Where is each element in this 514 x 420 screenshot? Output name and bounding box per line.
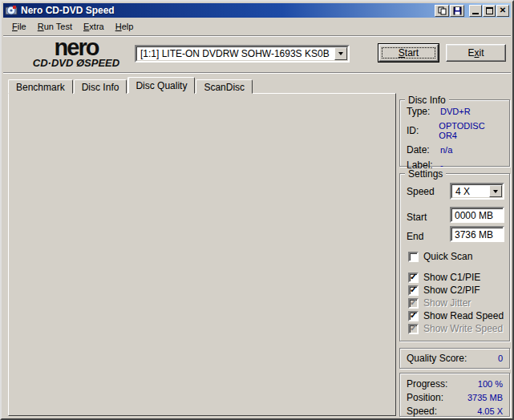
tab-benchmark[interactable]: Benchmark bbox=[8, 79, 73, 94]
speed-dropdown-button[interactable] bbox=[489, 185, 502, 197]
settings-box: Settings Speed 4 X Start 0000 MB End 373… bbox=[399, 173, 510, 341]
title-bar[interactable]: Nero CD-DVD Speed ✕ bbox=[3, 3, 511, 18]
focus-ring bbox=[382, 47, 435, 59]
quality-score-box: Quality Score: 0 bbox=[399, 348, 510, 369]
minimize-icon bbox=[472, 13, 479, 14]
disc-info-title: Disc Info bbox=[408, 95, 446, 106]
speed-label: Speed bbox=[407, 186, 435, 197]
app-window: Nero CD-DVD Speed ✕ File Run Test Extra … bbox=[0, 0, 514, 420]
start-button[interactable]: Start bbox=[378, 44, 439, 62]
disc-quality-tab-page bbox=[8, 93, 396, 416]
chevron-down-icon bbox=[493, 190, 498, 193]
show-read-speed-checkbox[interactable] bbox=[408, 311, 419, 321]
quality-score-value: 0 bbox=[498, 353, 503, 363]
speed-value: 4 X bbox=[451, 186, 470, 197]
menu-extra[interactable]: Extra bbox=[78, 20, 110, 33]
progress-box: Progress:100 % Position:3735 MB Speed:4.… bbox=[399, 373, 510, 417]
separator bbox=[3, 72, 511, 74]
minimize-button[interactable] bbox=[469, 5, 482, 17]
drive-selector-value: [1:1] LITE-ON DVDRW SOHW-1693S KS0B bbox=[136, 48, 330, 59]
tab-strip: Benchmark Disc Info Disc Quality ScanDis… bbox=[8, 77, 253, 94]
maximize-icon bbox=[486, 7, 493, 14]
menu-bar: File Run Test Extra Help bbox=[3, 18, 511, 34]
tab-disc-quality[interactable]: Disc Quality bbox=[127, 77, 195, 94]
copy-to-clipboard-button[interactable] bbox=[435, 5, 449, 17]
show-c1-pie-checkbox[interactable] bbox=[408, 273, 419, 283]
tab-disc-info[interactable]: Disc Info bbox=[74, 79, 127, 94]
start-mb-label: Start bbox=[407, 212, 427, 223]
speed-value-status: 4.05 X bbox=[477, 406, 503, 416]
window-title: Nero CD-DVD Speed bbox=[21, 5, 434, 16]
disc-info-box: Disc Info Type:DVD+R ID:OPTODISC OR4 Dat… bbox=[399, 99, 510, 167]
show-jitter-checkbox[interactable] bbox=[408, 298, 419, 309]
disc-id-value: OPTODISC OR4 bbox=[439, 121, 503, 140]
position-value: 3735 MB bbox=[467, 393, 503, 402]
maximize-button[interactable] bbox=[483, 5, 496, 17]
quick-scan-checkbox[interactable] bbox=[408, 252, 419, 262]
exit-button[interactable]: Exit bbox=[446, 44, 506, 62]
progress-value: 100 % bbox=[478, 379, 503, 389]
menu-run-test[interactable]: Run Test bbox=[32, 20, 78, 33]
drive-selector-combobox[interactable]: [1:1] LITE-ON DVDRW SOHW-1693S KS0B bbox=[135, 45, 350, 63]
close-icon: ✕ bbox=[500, 6, 506, 14]
speed-combobox[interactable]: 4 X bbox=[450, 183, 504, 200]
cdvd-speed-logo-text: CD·DVD ØSPEED bbox=[16, 58, 136, 68]
end-mb-field[interactable]: 3736 MB bbox=[450, 226, 504, 242]
nero-logo: nero CD·DVD ØSPEED bbox=[16, 37, 136, 68]
show-write-speed-checkbox[interactable] bbox=[408, 324, 419, 334]
menu-help[interactable]: Help bbox=[110, 20, 140, 33]
nero-logo-text: nero bbox=[16, 37, 136, 58]
start-mb-field[interactable]: 0000 MB bbox=[450, 207, 504, 223]
end-mb-label: End bbox=[407, 231, 423, 242]
disc-type-value: DVD+R bbox=[440, 107, 471, 116]
save-button[interactable] bbox=[450, 5, 464, 17]
tab-scandisc[interactable]: ScanDisc bbox=[196, 79, 253, 94]
disc-date-value: n/a bbox=[440, 145, 452, 155]
close-button[interactable]: ✕ bbox=[496, 5, 509, 17]
chevron-down-icon bbox=[338, 52, 343, 55]
header-band: nero CD·DVD ØSPEED [1:1] LITE-ON DVDRW S… bbox=[3, 37, 511, 72]
menu-file[interactable]: File bbox=[6, 20, 32, 33]
settings-title: Settings bbox=[408, 168, 443, 180]
app-icon bbox=[5, 4, 18, 17]
save-icon bbox=[453, 6, 462, 15]
show-c2-pif-checkbox[interactable] bbox=[408, 285, 419, 296]
quality-score-label: Quality Score: bbox=[407, 353, 467, 364]
drive-selector-dropdown-button[interactable] bbox=[334, 47, 347, 60]
copy-icon bbox=[438, 6, 447, 15]
